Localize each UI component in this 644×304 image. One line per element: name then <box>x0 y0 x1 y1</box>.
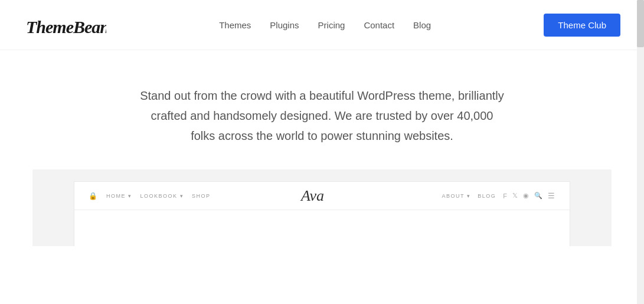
preview-icons: f 𝕏 ◉ 🔍 ☰ <box>503 191 555 200</box>
nav-plugins[interactable]: Plugins <box>270 20 299 30</box>
preview-nav-about: ABOUT ▾ <box>442 193 470 199</box>
nav-blog[interactable]: Blog <box>413 20 431 30</box>
svg-text:Ava: Ava <box>300 187 324 204</box>
preview-nav-right: ABOUT ▾ BLOG f 𝕏 ◉ 🔍 ☰ <box>442 191 555 200</box>
preview-nav-shop: SHOP <box>192 193 211 199</box>
facebook-icon: f <box>503 192 508 200</box>
logo[interactable]: ThemeBeans <box>24 11 106 39</box>
instagram-icon: ◉ <box>523 192 529 200</box>
preview-inner: 🔒 HOME ▾ LOOKBOOK ▾ SHOP Ava ABOUT ▾ BLO… <box>74 181 570 246</box>
twitter-icon: 𝕏 <box>512 192 518 200</box>
svg-text:ThemeBeans: ThemeBeans <box>26 17 106 37</box>
scrollbar[interactable] <box>637 0 644 304</box>
preview-logo: Ava <box>299 184 346 208</box>
menu-icon: ☰ <box>548 191 555 200</box>
header: ThemeBeans Themes Plugins Pricing Contac… <box>0 0 644 50</box>
scrollbar-thumb[interactable] <box>637 0 644 47</box>
preview-nav-blog: BLOG <box>478 193 496 199</box>
nav-contact[interactable]: Contact <box>364 20 394 30</box>
preview-lock-icon: 🔒 <box>89 192 98 200</box>
main-nav: Themes Plugins Pricing Contact Blog <box>219 20 431 30</box>
search-icon: 🔍 <box>534 192 543 200</box>
hero-section: Stand out from the crowd with a beautifu… <box>116 50 529 169</box>
preview-section: 🔒 HOME ▾ LOOKBOOK ▾ SHOP Ava ABOUT ▾ BLO… <box>32 169 612 246</box>
nav-pricing[interactable]: Pricing <box>318 20 345 30</box>
nav-themes[interactable]: Themes <box>219 20 251 30</box>
preview-nav-home: HOME ▾ <box>106 193 132 199</box>
hero-text: Stand out from the crowd with a beautifu… <box>139 86 505 146</box>
preview-nav-lookbook: LOOKBOOK ▾ <box>140 193 184 199</box>
preview-nav-left: 🔒 HOME ▾ LOOKBOOK ▾ SHOP <box>89 192 211 200</box>
theme-club-button[interactable]: Theme Club <box>544 14 620 37</box>
preview-navbar: 🔒 HOME ▾ LOOKBOOK ▾ SHOP Ava ABOUT ▾ BLO… <box>74 182 570 210</box>
